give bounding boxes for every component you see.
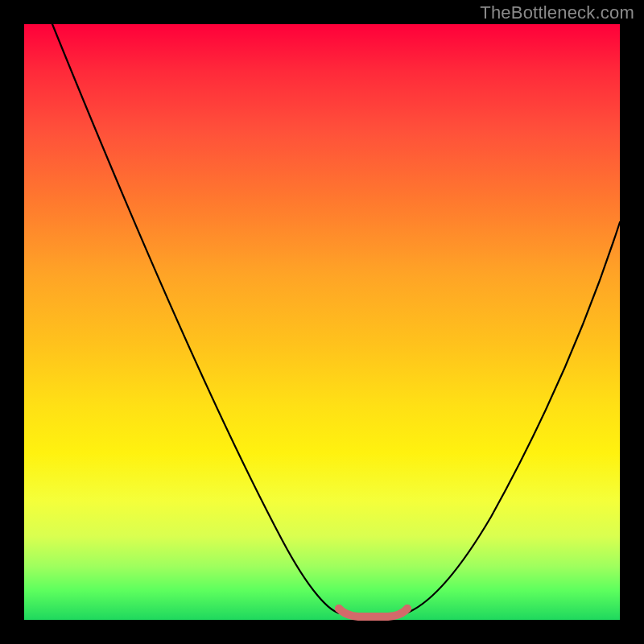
right-curve	[406, 222, 620, 613]
highlight-left-dot	[335, 605, 343, 613]
left-curve	[52, 24, 341, 613]
chart-frame: TheBottleneck.com	[0, 0, 644, 644]
highlight-right-dot	[403, 605, 411, 613]
bottom-highlight	[339, 609, 407, 617]
plot-svg	[24, 24, 620, 620]
watermark-text: TheBottleneck.com	[480, 2, 634, 23]
